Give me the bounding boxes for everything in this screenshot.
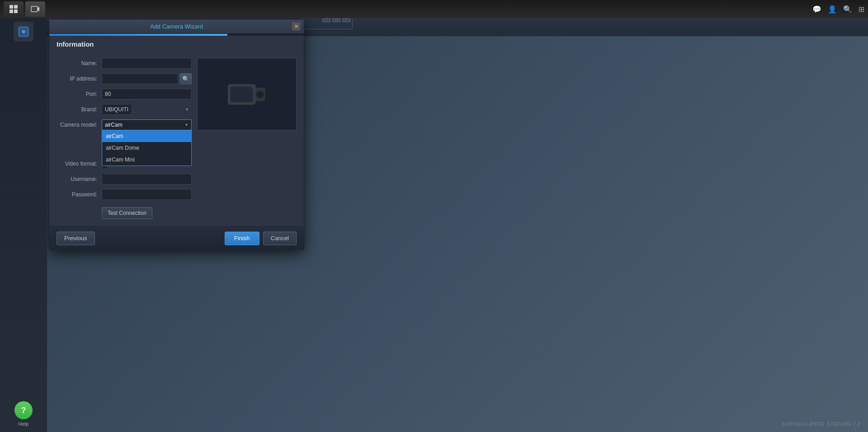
- svg-point-13: [251, 87, 253, 89]
- svg-rect-3: [14, 9, 18, 13]
- svg-point-18: [261, 92, 262, 94]
- ip-input[interactable]: [102, 73, 178, 84]
- brand-select[interactable]: UBIQUITI: [102, 104, 132, 115]
- dialog-footer: Previous Finish Cancel: [49, 226, 304, 250]
- dropdown-option-aircam-dome[interactable]: airCam Dome: [102, 142, 191, 154]
- svg-rect-0: [9, 5, 13, 9]
- watermark: SURVEILLANCE STATION 7.2: [782, 421, 861, 427]
- section-header: Information: [49, 36, 304, 51]
- username-row: Username:: [57, 174, 192, 185]
- layout-icon[interactable]: ⊞: [859, 5, 864, 14]
- sidebar-logo: [14, 22, 33, 42]
- finish-button[interactable]: Finish: [225, 232, 259, 245]
- dropdown-option-aircam-mini[interactable]: airCam Mini: [102, 154, 191, 166]
- password-row: Password:: [57, 189, 192, 200]
- camera-model-label: Camera model:: [57, 122, 102, 128]
- username-label: Username:: [57, 176, 102, 182]
- footer-right-buttons: Finish Cancel: [225, 232, 297, 245]
- cancel-button[interactable]: Cancel: [263, 232, 297, 245]
- camera-model-dropdown-field[interactable]: airCam ▼: [102, 119, 192, 130]
- test-connection-button[interactable]: Test Connection: [102, 207, 152, 219]
- svg-rect-1: [14, 5, 18, 9]
- grid-icon: [9, 5, 18, 14]
- previous-button[interactable]: Previous: [57, 232, 95, 245]
- brand-label: Brand:: [57, 106, 102, 113]
- name-input[interactable]: [102, 58, 192, 69]
- user-icon[interactable]: 👤: [828, 5, 837, 14]
- password-label: Password:: [57, 191, 102, 198]
- ip-search-button[interactable]: 🔍: [180, 73, 192, 84]
- topbar-right: 💬 👤 🔍 ⊞: [812, 5, 864, 14]
- dialog-close-button[interactable]: ✕: [292, 22, 300, 30]
- brand-select-wrapper: UBIQUITI: [102, 104, 192, 115]
- svg-rect-2: [9, 9, 13, 13]
- camera-preview: [197, 58, 297, 130]
- svg-rect-4: [31, 6, 38, 12]
- name-row: Name:: [57, 58, 192, 69]
- ip-address-row: IP address: 🔍: [57, 73, 192, 84]
- svg-point-8: [22, 30, 25, 33]
- dialog-form: Name: IP address: 🔍 Port: Brand:: [57, 58, 192, 219]
- username-input[interactable]: [102, 174, 192, 185]
- ip-label: IP address:: [57, 76, 102, 82]
- add-camera-wizard-dialog: Add Camera Wizard ✕ Information Name: IP…: [49, 19, 304, 250]
- chat-icon[interactable]: 💬: [812, 5, 821, 14]
- tab-camera[interactable]: [25, 1, 45, 17]
- app-logo-icon: [17, 25, 30, 38]
- brand-row: Brand: UBIQUITI: [57, 104, 192, 115]
- sidebar: ? Help: [0, 18, 47, 432]
- dropdown-option-aircam[interactable]: airCam: [102, 130, 191, 142]
- dialog-title: Add Camera Wizard: [150, 23, 203, 30]
- ip-input-group: 🔍: [102, 73, 192, 84]
- port-label: Port:: [57, 91, 102, 97]
- dropdown-arrow-icon: ▼: [184, 123, 189, 127]
- camera-model-row: Camera model: airCam ▼ airCam airCam Dom…: [57, 119, 192, 130]
- topbar: 💬 👤 🔍 ⊞: [0, 0, 868, 18]
- help-circle: ?: [14, 401, 33, 419]
- dialog-body: Name: IP address: 🔍 Port: Brand:: [49, 51, 304, 226]
- test-connection-area: Test Connection: [102, 204, 192, 219]
- sidebar-help-item[interactable]: ? Help: [0, 401, 47, 427]
- password-input[interactable]: [102, 189, 192, 200]
- help-label: Help: [19, 421, 29, 427]
- camera-model-dropdown-list: airCam airCam Dome airCam Mini: [102, 130, 192, 166]
- tab-grid[interactable]: [4, 1, 24, 17]
- camera-model-selected-value: airCam: [105, 122, 123, 128]
- video-format-label: Video format:: [57, 161, 102, 167]
- search-icon[interactable]: 🔍: [843, 5, 852, 14]
- camera-model-dropdown-container: airCam ▼ airCam airCam Dome airCam Mini: [102, 119, 192, 130]
- svg-rect-12: [231, 88, 251, 100]
- dialog-titlebar: Add Camera Wizard ✕: [49, 19, 304, 34]
- camera-tab-icon: [31, 5, 40, 14]
- section-title: Information: [57, 40, 94, 48]
- port-row: Port:: [57, 89, 192, 100]
- camera-preview-icon: [226, 81, 267, 108]
- name-label: Name:: [57, 60, 102, 66]
- port-input[interactable]: [102, 89, 192, 100]
